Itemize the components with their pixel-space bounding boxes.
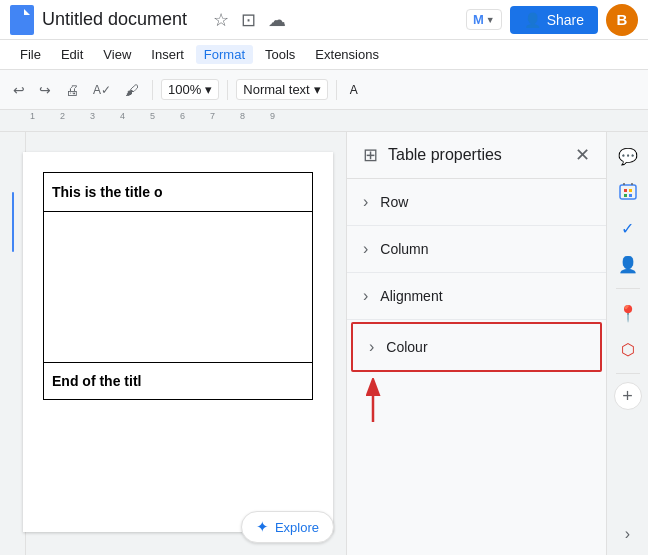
redo-button[interactable]: ↪ — [34, 79, 56, 101]
explore-icon: ✦ — [256, 518, 269, 536]
spellcheck-button[interactable]: A✓ — [88, 80, 116, 100]
table-icon: ⊞ — [363, 144, 378, 166]
panel-header: ⊞ Table properties ✕ — [347, 132, 606, 179]
document-page: This is the title o End of the titl — [23, 152, 333, 532]
page-title-text: This is the title o — [52, 184, 162, 200]
cloud-icon[interactable]: ☁ — [266, 7, 288, 33]
svg-rect-2 — [620, 185, 636, 199]
toolbar-divider3 — [336, 80, 337, 100]
page-end-text: End of the titl — [52, 373, 141, 389]
chevron-colour-icon: › — [369, 338, 374, 356]
share-label: Share — [547, 12, 584, 28]
section-alignment-label: Alignment — [380, 288, 442, 304]
menu-tools[interactable]: Tools — [257, 45, 303, 64]
calendar-svg — [618, 182, 638, 202]
style-value: Normal text — [243, 82, 309, 97]
zoom-value: 100% — [168, 82, 201, 97]
ruler: 1 2 3 4 5 6 7 8 9 — [0, 110, 648, 132]
section-column-label: Column — [380, 241, 428, 257]
svg-rect-4 — [629, 189, 632, 192]
paint-format-button[interactable]: 🖌 — [120, 79, 144, 101]
chevron-column-icon: › — [363, 240, 368, 258]
sidebar-tasks-icon[interactable]: ✓ — [612, 212, 644, 244]
explore-label: Explore — [275, 520, 319, 535]
avatar[interactable]: B — [606, 4, 638, 36]
right-sidebar: 💬 ✓ 👤 📍 ⬡ + › — [606, 132, 648, 555]
close-button[interactable]: ✕ — [575, 144, 590, 166]
page-end-cell: End of the titl — [43, 362, 313, 400]
section-row-label: Row — [380, 194, 408, 210]
sidebar-app2-icon[interactable]: ⬡ — [612, 333, 644, 365]
sidebar-divider — [616, 288, 640, 289]
menu-edit[interactable]: Edit — [53, 45, 91, 64]
chevron-alignment-icon: › — [363, 287, 368, 305]
menu-view[interactable]: View — [95, 45, 139, 64]
colour-inner[interactable]: › Colour — [353, 324, 600, 370]
top-bar: Untitled document ☆ ⊡ ☁ M ▼ 👤 Share B — [0, 0, 648, 40]
arrow-annotation-container — [347, 374, 606, 431]
panel-section-alignment[interactable]: › Alignment — [347, 273, 606, 320]
arrow-annotation — [363, 378, 393, 423]
sidebar-divider2 — [616, 373, 640, 374]
doc-area: This is the title o End of the titl ✦ Ex… — [0, 132, 346, 555]
doc-title: Untitled document — [42, 9, 203, 30]
section-colour-label: Colour — [386, 339, 427, 355]
star-icon[interactable]: ☆ — [211, 7, 231, 33]
menu-format[interactable]: Format — [196, 45, 253, 64]
doc-icon — [10, 5, 34, 35]
folder-icon[interactable]: ⊡ — [239, 7, 258, 33]
sidebar-calendar-icon[interactable] — [612, 176, 644, 208]
share-button[interactable]: 👤 Share — [510, 6, 598, 34]
add-app-button[interactable]: + — [614, 382, 642, 410]
svg-rect-3 — [624, 189, 627, 192]
style-select[interactable]: Normal text ▾ — [236, 79, 327, 100]
page-title-cell: This is the title o — [43, 172, 313, 212]
toolbar: ↩ ↪ 🖨 A✓ 🖌 100% ▾ Normal text ▾ A — [0, 70, 648, 110]
main-area: This is the title o End of the titl ✦ Ex… — [0, 132, 648, 555]
panel-section-column[interactable]: › Column — [347, 226, 606, 273]
toolbar-divider — [152, 80, 153, 100]
menu-bar: File Edit View Insert Format Tools Exten… — [0, 40, 648, 70]
explore-button[interactable]: ✦ Explore — [241, 511, 334, 543]
sidebar-expand-button[interactable]: › — [621, 521, 634, 547]
sidebar-contacts-icon[interactable]: 👤 — [612, 248, 644, 280]
panel-section-colour[interactable]: › Colour — [351, 322, 602, 372]
font-btn[interactable]: A — [345, 80, 363, 100]
zoom-select[interactable]: 100% ▾ — [161, 79, 219, 100]
sidebar-maps-icon[interactable]: 📍 — [612, 297, 644, 329]
svg-rect-5 — [624, 194, 627, 197]
undo-button[interactable]: ↩ — [8, 79, 30, 101]
style-chevron: ▾ — [314, 82, 321, 97]
chevron-row-icon: › — [363, 193, 368, 211]
menu-file[interactable]: File — [12, 45, 49, 64]
menu-insert[interactable]: Insert — [143, 45, 192, 64]
panel-title: Table properties — [388, 146, 565, 164]
sidebar-chat-icon[interactable]: 💬 — [612, 140, 644, 172]
print-button[interactable]: 🖨 — [60, 79, 84, 101]
zoom-chevron: ▾ — [205, 82, 212, 97]
page-middle — [43, 212, 313, 362]
menu-extensions[interactable]: Extensions — [307, 45, 387, 64]
panel-section-row[interactable]: › Row — [347, 179, 606, 226]
svg-rect-6 — [629, 194, 632, 197]
table-properties-panel: ⊞ Table properties ✕ › Row › Column › Al… — [346, 132, 606, 555]
meet-button[interactable]: M ▼ — [466, 9, 502, 30]
share-icon: 👤 — [524, 12, 541, 28]
toolbar-divider2 — [227, 80, 228, 100]
